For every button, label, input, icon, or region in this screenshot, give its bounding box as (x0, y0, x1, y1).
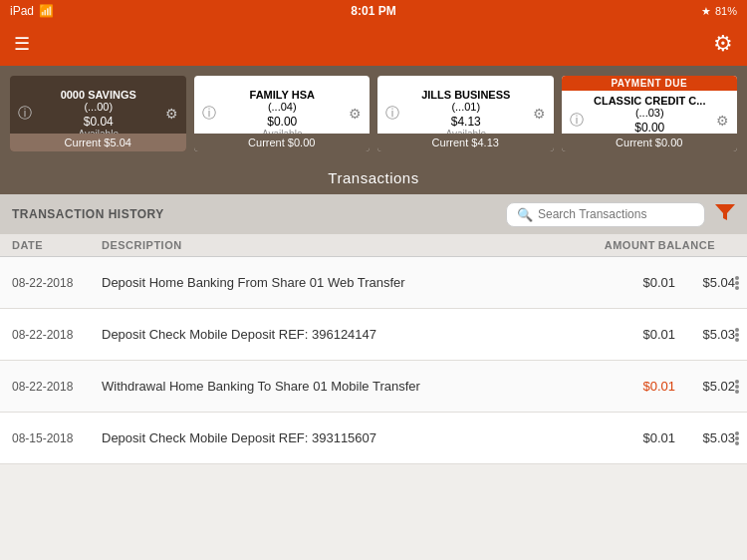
row-amount: $0.01 (596, 430, 675, 445)
account-name-jills-business: JILLS BUSINESS (421, 89, 510, 101)
status-bar-right: ★ 81% (701, 5, 737, 18)
row-date: 08-22-2018 (12, 276, 102, 290)
app-header: ☰ ⚙ (0, 22, 747, 66)
status-bar: iPad 📶 8:01 PM ★ 81% (0, 0, 747, 22)
table-row: 08-22-2018 Deposit Home Banking From Sha… (0, 257, 747, 309)
row-options-button[interactable] (727, 276, 747, 290)
row-balance: $5.02 (675, 379, 735, 394)
search-icon: 🔍 (517, 207, 533, 222)
account-number-classic-credit: (...03) (635, 107, 664, 119)
transactions-list: 08-22-2018 Deposit Home Banking From Sha… (0, 257, 747, 464)
info-icon-savings[interactable]: ⓘ (18, 105, 32, 123)
info-icon-jills-business[interactable]: ⓘ (385, 105, 399, 123)
row-balance: $5.04 (675, 275, 735, 290)
row-description: Deposit Home Banking From Share 01 Web T… (102, 275, 596, 290)
account-name-savings: 0000 SAVINGS (61, 89, 136, 101)
svg-marker-0 (715, 204, 735, 220)
account-balance-family-hsa: $0.00 (267, 115, 297, 129)
table-row: 08-22-2018 Withdrawal Home Banking To Sh… (0, 361, 747, 413)
account-content-savings: 0000 SAVINGS (...00) $0.04 Available (32, 89, 165, 140)
table-header: TRANSACTION HISTORY 🔍 (0, 194, 747, 234)
row-amount: $0.01 (596, 379, 675, 394)
info-icon-family-hsa[interactable]: ⓘ (202, 105, 216, 123)
filter-icon[interactable] (715, 202, 735, 227)
row-date: 08-22-2018 (12, 328, 102, 342)
account-balance-savings: $0.04 (84, 115, 114, 129)
carrier-label: iPad (10, 4, 34, 18)
account-footer-classic-credit: Current $0.00 (562, 134, 738, 151)
account-name-family-hsa: FAMILY HSA (250, 89, 315, 101)
battery-label: 81% (715, 5, 737, 17)
account-footer-savings: Current $5.04 (10, 134, 186, 151)
row-options-button[interactable] (727, 328, 747, 342)
row-balance: $5.03 (675, 327, 735, 342)
row-description: Withdrawal Home Banking To Share 01 Mobi… (102, 379, 596, 394)
row-options-button[interactable] (727, 431, 747, 445)
info-icon-classic-credit[interactable]: ⓘ (570, 112, 584, 130)
row-amount: $0.01 (596, 327, 675, 342)
table-row: 08-15-2018 Deposit Check Mobile Deposit … (0, 413, 747, 464)
table-row: 08-22-2018 Deposit Check Mobile Deposit … (0, 309, 747, 361)
settings-icon-classic-credit[interactable]: ⚙ (716, 113, 729, 129)
account-card-family-hsa: ⓘ FAMILY HSA (...04) $0.00 Available ⚙ C… (194, 76, 371, 151)
account-number-family-hsa: (...04) (268, 101, 297, 113)
hamburger-menu-icon[interactable]: ☰ (14, 33, 30, 55)
account-content-family-hsa: FAMILY HSA (...04) $0.00 Available (216, 89, 350, 140)
account-card-classic-credit: PAYMENT DUE ⓘ CLASSIC CREDIT C... (...03… (562, 76, 738, 151)
settings-icon-jills-business[interactable]: ⚙ (533, 106, 546, 122)
row-description: Deposit Check Mobile Deposit REF: 396124… (102, 327, 596, 342)
col-header-description: DESCRIPTION (102, 239, 576, 251)
wifi-icon: 📶 (39, 4, 54, 18)
status-bar-time: 8:01 PM (351, 4, 395, 18)
account-number-jills-business: (...01) (451, 101, 480, 113)
row-date: 08-15-2018 (12, 431, 102, 445)
bluetooth-icon: ★ (701, 5, 711, 18)
account-number-savings: (...00) (84, 101, 113, 113)
account-name-classic-credit: CLASSIC CREDIT C... (594, 95, 705, 107)
settings-gear-icon[interactable]: ⚙ (713, 31, 733, 57)
settings-icon-family-hsa[interactable]: ⚙ (349, 106, 362, 122)
transactions-section-header: Transactions (0, 161, 747, 194)
row-amount: $0.01 (596, 275, 675, 290)
account-content-jills-business: JILLS BUSINESS (...01) $4.13 Available (399, 89, 533, 140)
payment-due-banner: PAYMENT DUE (562, 76, 738, 91)
account-footer-jills-business: Current $4.13 (377, 134, 554, 151)
search-input[interactable] (538, 207, 694, 221)
transaction-history-label: TRANSACTION HISTORY (12, 207, 506, 221)
row-balance: $5.03 (675, 430, 735, 445)
status-bar-left: iPad 📶 (10, 4, 54, 18)
row-description: Deposit Check Mobile Deposit REF: 393115… (102, 430, 596, 445)
col-header-date: DATE (12, 239, 102, 251)
account-footer-family-hsa: Current $0.00 (194, 134, 371, 151)
row-options-button[interactable] (727, 380, 747, 394)
column-headers: DATE DESCRIPTION AMOUNT BALANCE (0, 234, 747, 257)
search-container: 🔍 (506, 202, 705, 227)
accounts-section: ⓘ 0000 SAVINGS (...00) $0.04 Available ⚙… (0, 66, 747, 161)
col-header-balance: BALANCE (655, 239, 735, 251)
transactions-title: Transactions (328, 169, 418, 186)
account-card-jills-business: ⓘ JILLS BUSINESS (...01) $4.13 Available… (377, 76, 554, 151)
row-date: 08-22-2018 (12, 380, 102, 394)
col-header-amount: AMOUNT (576, 239, 655, 251)
account-card-savings: ⓘ 0000 SAVINGS (...00) $0.04 Available ⚙… (10, 76, 186, 151)
settings-icon-savings[interactable]: ⚙ (165, 106, 178, 122)
account-balance-classic-credit: $0.00 (634, 121, 664, 135)
account-balance-jills-business: $4.13 (451, 115, 481, 129)
